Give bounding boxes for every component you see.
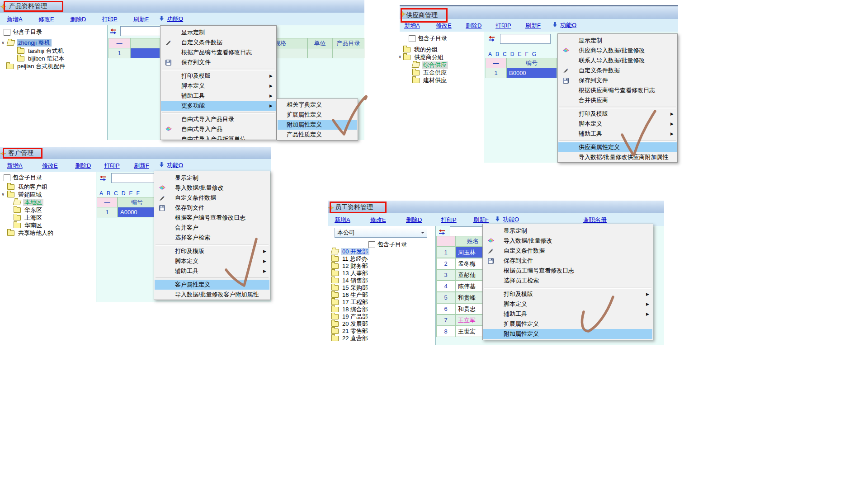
menubar-refresh[interactable]: 刷新F	[525, 22, 541, 30]
menu-item-custom-condition[interactable]: 自定义条件数据	[155, 193, 269, 203]
tree-node-dept[interactable]: 11 总经办	[331, 255, 369, 263]
menubar-edit[interactable]: 修改E	[38, 15, 54, 23]
menu-item-custom-condition[interactable]: 自定义条件数据	[558, 66, 677, 75]
menubar-parttime-roster[interactable]: 兼职名册	[583, 216, 607, 224]
submenu-item-extended-attr[interactable]: 扩展属性定义	[278, 110, 357, 120]
swap-columns-icon[interactable]	[110, 28, 117, 36]
menubar-function[interactable]: 功能O	[159, 15, 183, 23]
menu-item-save-file[interactable]: 保存到文件	[483, 256, 652, 266]
menu-item-tools[interactable]: 辅助工具▶	[155, 266, 269, 276]
tree-node-hardware[interactable]: 五金供应	[412, 69, 448, 76]
column-filter-letter[interactable]: F	[136, 190, 139, 197]
tree-node-dept[interactable]: 12 财务部	[331, 262, 369, 270]
menubar-print[interactable]: 打印P	[102, 15, 118, 23]
menubar-delete[interactable]: 删除D	[70, 15, 86, 23]
menubar-refresh[interactable]: 刷新F	[473, 216, 489, 224]
menubar-function[interactable]: 功能O	[159, 161, 183, 169]
menubar-delete[interactable]: 删除D	[466, 22, 481, 30]
menu-item-merge-customer[interactable]: 合并客户	[155, 223, 269, 233]
menu-item-more-functions[interactable]: 更多功能▶	[161, 101, 276, 111]
expand-icon[interactable]: ∨	[1, 41, 5, 45]
search-input[interactable]	[111, 173, 156, 183]
menu-item-print-template[interactable]: 打印及模版▶	[155, 246, 269, 256]
menu-item-view-log[interactable]: 根据客户编号查看修改日志	[155, 213, 269, 223]
selected-cell[interactable]: A0000	[118, 207, 156, 217]
tree-node-peijian[interactable]: peijian 台式机配件	[6, 62, 66, 70]
company-select[interactable]: 本公司	[335, 228, 427, 238]
tree-node-local[interactable]: 本地区	[14, 198, 43, 206]
menubar-edit[interactable]: 修改E	[436, 22, 452, 30]
menu-item-import-additional-attr[interactable]: 导入数据/批量修改供应商附加属性	[558, 152, 677, 162]
menu-item-additional-attr[interactable]: 附加属性定义	[483, 329, 652, 339]
menu-item-script[interactable]: 脚本定义▶	[558, 119, 677, 129]
menu-item-contact-import[interactable]: 联系人导入数据/批量修改	[558, 56, 677, 66]
menu-item-script[interactable]: 脚本定义▶	[483, 299, 652, 309]
tree-node-dept[interactable]: 16 生产部	[331, 291, 369, 299]
menu-item-extended-attr[interactable]: 扩展属性定义	[483, 319, 652, 329]
column-filter-letter[interactable]: G	[532, 51, 536, 57]
tree-node-dept[interactable]: 20 发展部	[331, 320, 369, 328]
tree-node-comprehensive[interactable]: 综合供应	[412, 61, 448, 69]
menu-item-employee-search[interactable]: 选择员工检索	[483, 276, 652, 286]
tree-node-my-group[interactable]: 我的分组	[403, 46, 439, 53]
menubar-new[interactable]: 新增A	[335, 216, 350, 224]
column-filter-letter[interactable]: D	[122, 190, 126, 197]
column-filter-letter[interactable]: C	[503, 51, 507, 57]
menubar-print[interactable]: 打印P	[104, 162, 120, 170]
menu-item-view-log[interactable]: 根据产品编号查看修改日志	[161, 47, 276, 57]
menu-item-save-file[interactable]: 保存到文件	[155, 203, 269, 213]
swap-columns-icon[interactable]	[99, 175, 106, 183]
column-filter-letter[interactable]: B	[495, 51, 499, 57]
include-subdir-checkbox[interactable]	[4, 174, 10, 181]
menu-item-display-custom[interactable]: 显示定制	[483, 226, 652, 236]
menu-item-tools[interactable]: 辅助工具▶	[483, 309, 652, 319]
menu-item-print-template[interactable]: 打印及模版▶	[558, 109, 677, 119]
selected-cell[interactable]	[130, 48, 160, 58]
column-filter-letter[interactable]: B	[107, 190, 110, 197]
menubar-delete[interactable]: 删除D	[75, 162, 91, 170]
menu-item-print-template[interactable]: 打印及模版▶	[161, 71, 276, 81]
menubar-edit[interactable]: 修改E	[42, 162, 58, 170]
menu-item-script[interactable]: 脚本定义▶	[161, 81, 276, 91]
menubar-print[interactable]: 打印P	[441, 216, 457, 224]
swap-columns-icon[interactable]	[488, 35, 495, 43]
expand-icon[interactable]: ∨	[398, 55, 401, 59]
tree-node-my-customers[interactable]: 我的客户组	[7, 183, 49, 191]
menu-item-save-file[interactable]: 保存到文件	[558, 75, 677, 85]
menu-item-merge-supplier[interactable]: 合并供应商	[558, 95, 677, 105]
menu-item-customer-search[interactable]: 选择客户检索	[155, 233, 269, 243]
tree-node-east[interactable]: 华东区	[14, 206, 43, 214]
submenu-item-additional-attr[interactable]: 附加属性定义	[278, 120, 357, 130]
menu-item-supplier-import[interactable]: 供应商导入数据/批量修改	[558, 46, 677, 56]
submenu-item-dictionary[interactable]: 相关字典定义	[278, 100, 357, 110]
tree-node-marketing-region[interactable]: 營銷區域	[7, 191, 43, 198]
menu-item-supplier-attr-def[interactable]: 供应商属性定义	[558, 142, 677, 152]
menu-item-free-import-product[interactable]: 自由式导入产品	[161, 124, 276, 134]
menubar-refresh[interactable]: 刷新F	[133, 15, 149, 23]
menu-item-tools[interactable]: 辅助工具▶	[558, 129, 677, 139]
menubar-function[interactable]: 功能O	[495, 216, 519, 224]
selected-cell[interactable]: B0000	[506, 68, 557, 78]
menu-item-custom-condition[interactable]: 自定义条件数据	[483, 246, 652, 256]
menu-item-tools[interactable]: 辅助工具▶	[161, 91, 276, 101]
tree-node-building-material[interactable]: 建材供应	[412, 76, 448, 84]
menubar-new[interactable]: 新增A	[7, 15, 23, 23]
tree-node-dept[interactable]: 18 综合部	[331, 305, 369, 313]
menubar-function[interactable]: 功能O	[552, 21, 576, 29]
tree-node-dept[interactable]: 15 采购部	[331, 284, 369, 291]
tree-node-supplier-group[interactable]: 供應商分組	[403, 53, 445, 61]
tree-node-south[interactable]: 华南区	[14, 221, 43, 229]
menubar-edit[interactable]: 修改E	[370, 216, 386, 224]
menu-item-customer-attr-def[interactable]: 客户属性定义	[155, 280, 269, 290]
menubar-print[interactable]: 打印P	[495, 22, 511, 30]
tree-node-dept[interactable]: 17 工程部	[331, 298, 369, 306]
menu-item-display-custom[interactable]: 显示定制	[155, 173, 269, 183]
column-filter-letter[interactable]: E	[129, 190, 132, 197]
tree-node-taishiji[interactable]: taishiji 台式机	[17, 47, 65, 55]
tree-node-dept[interactable]: 22 直营部	[331, 334, 369, 342]
submenu-item-product-nature[interactable]: 产品性质定义	[278, 130, 357, 140]
column-filter-letter[interactable]: A	[488, 51, 492, 57]
menubar-refresh[interactable]: 刷新F	[134, 162, 149, 170]
menu-item-print-template[interactable]: 打印及模版▶	[483, 289, 652, 299]
menu-item-import[interactable]: 导入数据/批量修改	[483, 236, 652, 246]
